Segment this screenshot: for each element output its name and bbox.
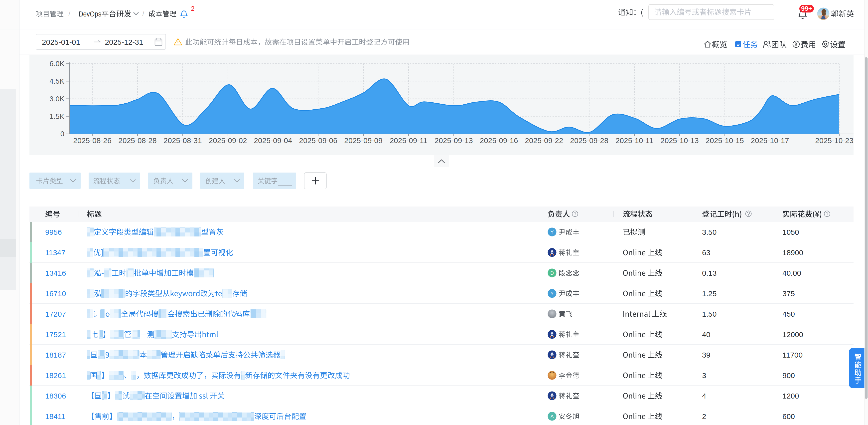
svg-text:2025-09-28: 2025-09-28 [570,136,608,145]
svg-text:0.13: 0.13 [702,269,716,277]
svg-text:1.25: 1.25 [702,290,716,298]
svg-text:A: A [551,414,554,419]
svg-text:2: 2 [191,5,194,12]
svg-text:2025-09-16: 2025-09-16 [480,136,518,145]
svg-text:1.50: 1.50 [702,310,716,318]
svg-text:11347: 11347 [45,248,65,257]
svg-text:2025-09-04: 2025-09-04 [254,136,292,145]
svg-text:99+: 99+ [801,5,812,12]
svg-text:2025-10-13: 2025-10-13 [660,136,699,145]
svg-text:3.0K: 3.0K [50,95,64,103]
svg-text:16710: 16710 [45,290,66,298]
svg-text:17521: 17521 [45,330,66,339]
svg-text:600: 600 [782,412,795,421]
svg-text:2025-09-13: 2025-09-13 [434,136,473,145]
svg-text:4.5K: 4.5K [50,77,64,85]
svg-text:4: 4 [702,392,706,400]
svg-text:2025-12-31: 2025-12-31 [105,38,143,46]
svg-text:2025-09-06: 2025-09-06 [299,136,337,145]
svg-text:18187: 18187 [45,351,66,359]
svg-text:2025-09-11: 2025-09-11 [390,136,427,145]
svg-text:2025-08-26: 2025-08-26 [73,136,111,145]
svg-text:2025-08-28: 2025-08-28 [118,136,156,145]
svg-text:2: 2 [702,412,706,421]
svg-text:40: 40 [702,330,710,339]
svg-text:Y: Y [551,230,554,235]
svg-text:375: 375 [782,290,795,298]
svg-text:2025-09-22: 2025-09-22 [525,136,563,145]
svg-text:/: / [142,10,144,18]
svg-text:9956: 9956 [45,228,62,236]
svg-text:2025-09-09: 2025-09-09 [344,136,382,145]
svg-text:18261: 18261 [45,371,66,380]
svg-text:17207: 17207 [45,310,66,318]
svg-text:2025-10-23: 2025-10-23 [815,136,853,145]
svg-text:6.0K: 6.0K [50,60,64,68]
svg-text:/: / [68,10,70,18]
svg-text:D: D [550,270,554,276]
svg-text:63: 63 [702,248,710,257]
svg-text:0: 0 [60,130,64,138]
svg-text:13416: 13416 [45,269,66,277]
svg-text:2025-08-31: 2025-08-31 [163,136,202,145]
svg-text:3.50: 3.50 [702,228,716,236]
svg-text:1200: 1200 [782,392,799,400]
svg-text:1.5K: 1.5K [50,112,64,120]
svg-text:18306: 18306 [45,392,66,400]
svg-text:2025-09-02: 2025-09-02 [209,136,247,145]
svg-text:900: 900 [782,371,795,380]
svg-text:40.00: 40.00 [782,269,801,277]
svg-text:18900: 18900 [782,248,803,257]
svg-text:2025-10-15: 2025-10-15 [706,136,744,145]
svg-text:450: 450 [782,310,795,318]
svg-text:1050: 1050 [782,228,799,236]
svg-text:2025-01-01: 2025-01-01 [42,38,80,46]
svg-text:39: 39 [702,351,710,359]
svg-text:DevOps: DevOps [79,10,101,18]
svg-text:12000: 12000 [782,330,803,339]
svg-text:2025-10-11: 2025-10-11 [615,136,653,145]
svg-text:2025-10-17: 2025-10-17 [751,136,789,145]
svg-text:3: 3 [702,371,706,380]
svg-text:11700: 11700 [782,351,803,359]
svg-text:Y: Y [551,291,554,296]
svg-text:18411: 18411 [45,412,65,421]
